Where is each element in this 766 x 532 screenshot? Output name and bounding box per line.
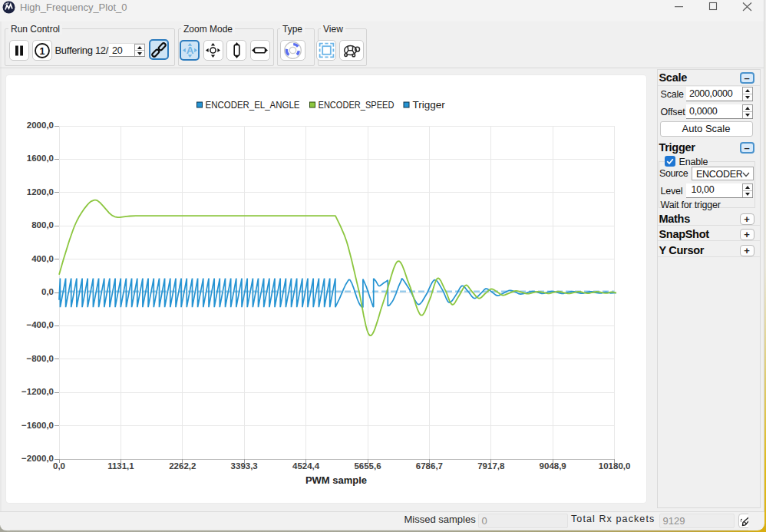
- svg-text:Trigger: Trigger: [413, 99, 446, 111]
- svg-text:1200,0: 1200,0: [27, 187, 54, 196]
- svg-text:2262,2: 2262,2: [169, 461, 196, 470]
- svg-text:1131,1: 1131,1: [107, 461, 134, 470]
- svg-text:1600,0: 1600,0: [27, 154, 54, 163]
- svg-text:800,0: 800,0: [31, 220, 54, 230]
- svg-text:0,0: 0,0: [53, 461, 65, 470]
- svg-text:9048,9: 9048,9: [540, 461, 566, 470]
- svg-text:−800,0: −800,0: [27, 353, 54, 362]
- svg-text:−1600,0: −1600,0: [21, 420, 54, 429]
- svg-text:−2000,0: −2000,0: [21, 454, 54, 463]
- svg-text:4524,4: 4524,4: [292, 461, 320, 470]
- svg-text:5655,6: 5655,6: [354, 461, 381, 470]
- svg-text:−1200,0: −1200,0: [21, 387, 54, 396]
- svg-text:A: A: [186, 45, 193, 56]
- svg-text:PWM sample: PWM sample: [305, 474, 367, 485]
- svg-text:−400,0: −400,0: [27, 320, 54, 329]
- svg-text:ENCODER_SPEED: ENCODER_SPEED: [319, 99, 395, 111]
- svg-text:400,0: 400,0: [31, 253, 54, 263]
- svg-text:3393,3: 3393,3: [231, 461, 258, 470]
- svg-text:7917,8: 7917,8: [477, 461, 505, 470]
- svg-text:6786,7: 6786,7: [416, 461, 443, 470]
- svg-text:ENCODER_EL_ANGLE: ENCODER_EL_ANGLE: [206, 99, 300, 111]
- svg-text:0,0: 0,0: [41, 287, 54, 296]
- svg-text:10180,0: 10180,0: [599, 461, 631, 470]
- svg-text:1: 1: [40, 45, 45, 56]
- svg-text:2000,0: 2000,0: [27, 121, 54, 130]
